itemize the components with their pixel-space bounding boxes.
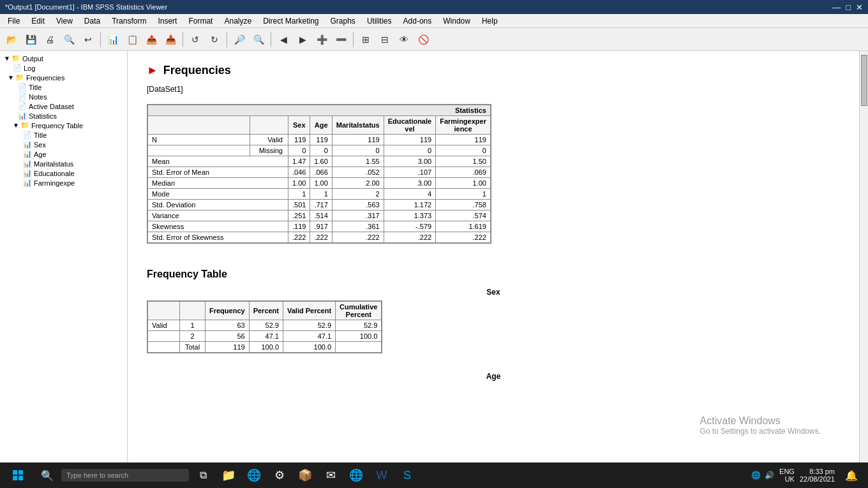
freq-vpct-total: 100.0: [283, 342, 336, 353]
menu-graphs[interactable]: Graphs: [326, 15, 361, 27]
vertical-scrollbar[interactable]: [859, 51, 868, 474]
content-area: ► Frequencies [DataSet1] Statistics Sex …: [128, 51, 859, 474]
tree-frequencies[interactable]: ▼ 📁 Frequencies: [0, 73, 127, 82]
tree-freq-table[interactable]: ▼ 📁 Frequency Table: [0, 121, 127, 130]
toolbar-table[interactable]: 📋: [123, 31, 141, 48]
stats-median-marital: 2.00: [332, 178, 384, 189]
tree-freq-title[interactable]: 📄 Title: [0, 82, 127, 92]
tree-output[interactable]: ▼ 📁 Output: [0, 54, 127, 63]
close-button[interactable]: ✕: [856, 3, 863, 12]
stats-stderrskew-farm: .222: [436, 232, 491, 243]
maximize-button[interactable]: □: [846, 3, 851, 12]
stats-variance-farm: .574: [436, 211, 491, 221]
stats-stddev-marital: .563: [332, 200, 384, 211]
stats-mean-sex: 1.47: [288, 156, 310, 167]
stats-stderr-age: .066: [310, 167, 332, 178]
datetime: 8:33 pm 22/08/2021: [800, 468, 835, 483]
toolbar-zoom-in[interactable]: ➕: [313, 31, 331, 48]
stats-variance-label: Variance: [148, 211, 288, 221]
stats-row-median: Median 1.00 1.00 2.00 3.00 1.00: [148, 178, 491, 189]
menu-insert[interactable]: Insert: [153, 15, 182, 27]
search-button[interactable]: 🔍: [36, 462, 59, 488]
app6-icon[interactable]: 🌐: [345, 464, 368, 487]
tree-sex[interactable]: 📊 Sex: [0, 140, 127, 149]
mail-icon[interactable]: ✉: [319, 464, 342, 487]
volume-icon: 🔊: [765, 471, 774, 480]
stats-row-skewness: Skewness .119 .917 .361 -.579 1.619: [148, 221, 491, 232]
menu-transform[interactable]: Transform: [107, 15, 151, 27]
toolbar-hide[interactable]: 🚫: [414, 31, 432, 48]
toolbar-undo[interactable]: ↺: [186, 31, 204, 48]
tree-active-dataset[interactable]: 📄 Active Dataset: [0, 101, 127, 111]
word-icon[interactable]: W: [370, 464, 393, 487]
menu-addons[interactable]: Add-ons: [398, 15, 437, 27]
minimize-button[interactable]: —: [832, 3, 841, 12]
vscrollbar-thumb[interactable]: [861, 55, 867, 106]
toolbar-import[interactable]: 📥: [161, 31, 179, 48]
taskbar-search-input[interactable]: [61, 469, 189, 482]
menu-analyze[interactable]: Analyze: [219, 15, 257, 27]
tree-educationale[interactable]: 📊 Educationale: [0, 168, 127, 178]
menu-file[interactable]: File: [3, 15, 25, 27]
tree-log-label: Log: [24, 64, 35, 72]
toolbar-redo[interactable]: ↻: [206, 31, 223, 48]
tree-farmingexpe[interactable]: 📊 Farmingexpe: [0, 178, 127, 188]
stats-median-sex: 1.00: [288, 178, 310, 189]
tree-notes[interactable]: 📄 Notes: [0, 92, 127, 101]
menu-direct-marketing[interactable]: Direct Marketing: [258, 15, 324, 27]
menu-window[interactable]: Window: [438, 15, 475, 27]
edge-icon[interactable]: 🌐: [243, 464, 266, 487]
stats-mode-educ: 4: [384, 189, 435, 200]
tree-freq-title-label: Title: [29, 84, 41, 91]
toolbar-open[interactable]: 📂: [3, 31, 20, 48]
start-button[interactable]: [3, 462, 33, 488]
date-display: 22/08/2021: [800, 475, 835, 483]
chrome-icon[interactable]: ⚙: [268, 464, 291, 487]
tree-age[interactable]: 📊 Age: [0, 149, 127, 159]
tree-maritalstatus-label: Maritalstatus: [34, 160, 73, 168]
toolbar-show-all[interactable]: 👁: [395, 31, 413, 48]
activate-watermark: Activate Windows Go to Settings to activ…: [700, 415, 821, 436]
clock: ENG UK: [779, 468, 795, 483]
tree-maritalstatus[interactable]: 📊 Maritalstatus: [0, 159, 127, 168]
toolbar-zoom-out[interactable]: ➖: [332, 31, 350, 48]
toolbar-chart[interactable]: 📊: [104, 31, 122, 48]
toolbar-save[interactable]: 💾: [22, 31, 40, 48]
toolbar-undo-menu[interactable]: ↩: [79, 31, 97, 48]
explorer-icon[interactable]: 📁: [217, 464, 240, 487]
menu-utilities[interactable]: Utilities: [362, 15, 397, 27]
toolbar-export[interactable]: 📤: [142, 31, 160, 48]
toolbar-forward[interactable]: ▶: [294, 31, 311, 48]
tree-statistics[interactable]: 📊 Statistics: [0, 111, 127, 121]
stats-empty-label: [148, 145, 250, 156]
menu-edit[interactable]: Edit: [26, 15, 50, 27]
spss-icon[interactable]: S: [396, 464, 419, 487]
toolbar-back[interactable]: ◀: [274, 31, 292, 48]
sex-var-name: Sex: [147, 288, 840, 297]
freq-cum-total: [336, 342, 382, 353]
toolbar-find[interactable]: 🔍: [250, 31, 267, 48]
app4-icon[interactable]: 📦: [294, 464, 317, 487]
menu-view[interactable]: View: [51, 15, 78, 27]
toolbar-goto[interactable]: 🔎: [230, 31, 248, 48]
task-view-button[interactable]: ⧉: [191, 462, 214, 488]
tree-ft-title[interactable]: 📄 Title: [0, 130, 127, 140]
stats-mean-label: Mean: [148, 156, 288, 167]
freq-empty-label-2: [148, 331, 180, 342]
tree-log[interactable]: 📄 Log: [0, 63, 127, 73]
expand-icon: ▼: [4, 55, 10, 62]
stats-inner-table: Statistics Sex Age Maritalstatus Educati…: [147, 105, 491, 243]
menu-format[interactable]: Format: [183, 15, 218, 27]
menu-help[interactable]: Help: [477, 15, 503, 27]
freq-pct-2: 47.1: [249, 331, 283, 342]
stats-stderr-sex: .046: [288, 167, 310, 178]
toolbar-print[interactable]: 🖨: [41, 31, 59, 48]
menu-data[interactable]: Data: [79, 15, 105, 27]
stats-n-label: N: [148, 135, 250, 145]
toolbar-collapse[interactable]: ⊟: [376, 31, 394, 48]
freq-freq-2: 56: [206, 331, 250, 342]
notification-button[interactable]: 🔔: [840, 462, 863, 488]
toolbar-expand[interactable]: ⊞: [357, 31, 375, 48]
toolbar-preview[interactable]: 🔍: [60, 31, 78, 48]
tree-age-label: Age: [34, 151, 47, 158]
